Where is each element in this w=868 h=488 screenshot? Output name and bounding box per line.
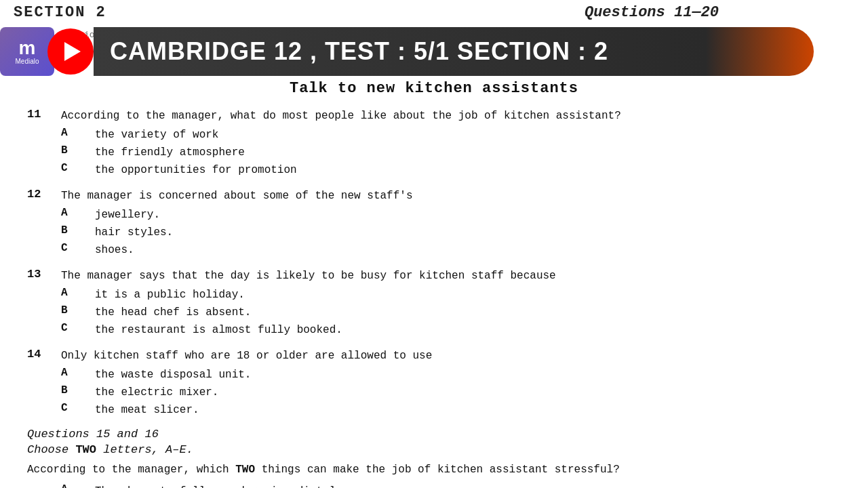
option-letter: C	[61, 242, 95, 254]
option-text: the opportunities for promotion	[95, 162, 297, 178]
option-row: Athe variety of work	[61, 127, 841, 143]
option-row: Cshoes.	[61, 242, 841, 258]
option-text: the friendly atmosphere	[95, 144, 245, 161]
subset-option-row: AThey have to follow orders immediately.	[61, 483, 841, 488]
option-letter: C	[61, 322, 95, 334]
subset-option-text: They have to follow orders immediately.	[95, 483, 349, 488]
choose-label: Choose TWO letters, A–E.	[27, 443, 841, 456]
option-text: the restaurant is almost fully booked.	[95, 322, 342, 338]
question-number: 12	[27, 188, 61, 201]
option-letter: B	[61, 224, 95, 237]
option-text: the head chef is absent.	[95, 304, 251, 321]
option-row: Ajewellery.	[61, 207, 841, 223]
question-text: Only kitchen staff who are 18 or older a…	[61, 348, 841, 364]
option-letter: C	[61, 402, 95, 414]
subset-label: Questions 15 and 16	[27, 428, 841, 441]
medialo-logo: m Medialo	[0, 27, 54, 76]
option-letter: B	[61, 384, 95, 396]
yt-title-text: CAMBRIDGE 12 , TEST : 5/1 SECTION : 2	[110, 37, 608, 66]
option-row: Bthe head chef is absent.	[61, 304, 841, 321]
question-block: 14Only kitchen staff who are 18 or older…	[27, 348, 841, 418]
subset-options-container: AThey have to follow orders immediately.…	[27, 483, 841, 488]
option-row: Cthe restaurant is almost fully booked.	[61, 322, 841, 338]
question-block: 12The manager is concerned about some of…	[27, 188, 841, 258]
option-row: Cthe meat slicer.	[61, 402, 841, 418]
according-text: According to the manager, which TWO thin…	[27, 462, 841, 478]
question-row: 13The manager says that the day is likel…	[27, 268, 841, 284]
question-row: 12The manager is concerned about some of…	[27, 188, 841, 204]
section-label: SECTION 2	[14, 4, 106, 21]
medialo-brand-text: Medialo	[15, 58, 39, 65]
talk-title: Talk to new kitchen assistants	[27, 80, 841, 97]
options-list: Athe variety of workBthe friendly atmosp…	[61, 127, 841, 178]
yt-title-bar: CAMBRIDGE 12 , TEST : 5/1 SECTION : 2	[94, 27, 814, 76]
option-text: the electric mixer.	[95, 384, 218, 401]
option-row: Bhair styles.	[61, 224, 841, 241]
option-text: it is a public holiday.	[95, 287, 245, 303]
question-block: 11According to the manager, what do most…	[27, 108, 841, 178]
question-number: 14	[27, 348, 61, 361]
option-text: jewellery.	[95, 207, 160, 223]
option-letter: B	[61, 144, 95, 157]
questions-range: Questions 11—20	[585, 4, 719, 21]
subset-option-letter: A	[61, 483, 95, 488]
yt-banner: m Medialo CAMBRIDGE 12 , TEST : 5/1 SECT…	[0, 27, 814, 76]
question-text: According to the manager, what do most p…	[61, 108, 841, 124]
option-letter: A	[61, 207, 95, 219]
question-number: 11	[27, 108, 61, 121]
option-text: the meat slicer.	[95, 402, 199, 418]
option-letter: A	[61, 367, 95, 379]
question-number: 13	[27, 268, 61, 281]
question-row: 14Only kitchen staff who are 18 or older…	[27, 348, 841, 364]
option-text: the waste disposal unit.	[95, 367, 251, 383]
play-triangle-icon	[64, 42, 81, 61]
top-section-bar: SECTION 2 Questions 11—20	[0, 0, 868, 22]
question-row: 11According to the manager, what do most…	[27, 108, 841, 124]
option-text: shoes.	[95, 242, 134, 258]
options-list: Ait is a public holiday.Bthe head chef i…	[61, 287, 841, 338]
option-row: Cthe opportunities for promotion	[61, 162, 841, 178]
option-text: the variety of work	[95, 127, 218, 143]
option-letter: C	[61, 162, 95, 174]
youtube-icon[interactable]	[47, 28, 94, 75]
main-content: Talk to new kitchen assistants 11Accordi…	[0, 80, 868, 488]
option-letter: A	[61, 127, 95, 139]
question-text: The manager is concerned about some of t…	[61, 188, 841, 204]
option-letter: A	[61, 287, 95, 299]
option-row: Ait is a public holiday.	[61, 287, 841, 303]
question-text: The manager says that the day is likely …	[61, 268, 841, 284]
options-list: Ajewellery.Bhair styles.Cshoes.	[61, 207, 841, 258]
option-letter: B	[61, 304, 95, 317]
option-row: Bthe friendly atmosphere	[61, 144, 841, 161]
options-list: Athe waste disposal unit.Bthe electric m…	[61, 367, 841, 418]
medialo-m-letter: m	[19, 39, 36, 58]
questions-container: 11According to the manager, what do most…	[27, 108, 841, 418]
option-row: Athe waste disposal unit.	[61, 367, 841, 383]
question-block: 13The manager says that the day is likel…	[27, 268, 841, 338]
option-text: hair styles.	[95, 224, 173, 241]
option-row: Bthe electric mixer.	[61, 384, 841, 401]
subset-options-list: AThey have to follow orders immediately.…	[61, 483, 841, 488]
